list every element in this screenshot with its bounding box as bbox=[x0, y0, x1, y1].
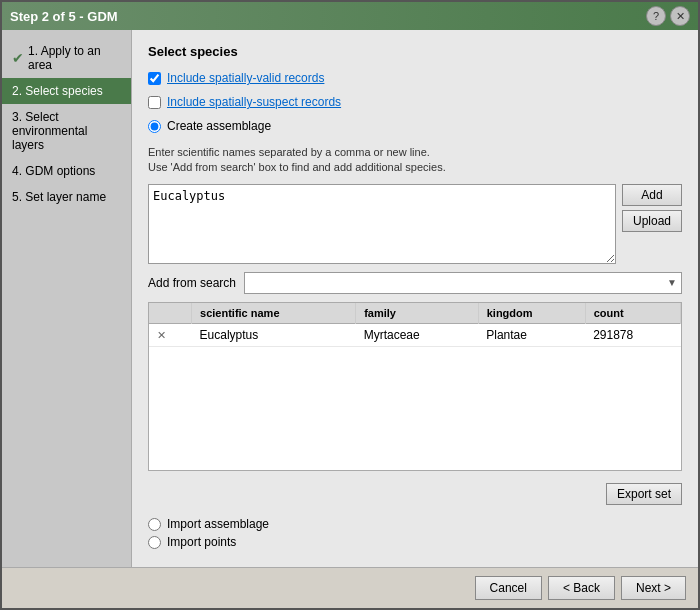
sidebar-item-gdm-options[interactable]: 4. GDM options bbox=[2, 158, 131, 184]
check-icon: ✔ bbox=[12, 50, 24, 66]
content-area: ✔ 1. Apply to an area 2. Select species … bbox=[2, 30, 698, 567]
cell-count: 291878 bbox=[585, 323, 680, 346]
title-bar: Step 2 of 5 - GDM ? ✕ bbox=[2, 2, 698, 30]
radio-create-assemblage-label[interactable]: Create assemblage bbox=[167, 119, 271, 133]
upload-button[interactable]: Upload bbox=[622, 210, 682, 232]
sidebar-item-apply-to-area[interactable]: ✔ 1. Apply to an area bbox=[2, 38, 131, 78]
cell-kingdom: Plantae bbox=[478, 323, 585, 346]
radio-import-points[interactable] bbox=[148, 536, 161, 549]
radio-import-assemblage[interactable] bbox=[148, 518, 161, 531]
search-row: Add from search ▼ bbox=[148, 272, 682, 294]
checkbox-spatially-suspect-label[interactable]: Include spatially-suspect records bbox=[167, 95, 341, 109]
back-button[interactable]: < Back bbox=[548, 576, 615, 600]
footer: Cancel < Back Next > bbox=[2, 567, 698, 608]
export-set-button[interactable]: Export set bbox=[606, 483, 682, 505]
export-row: Export set bbox=[148, 483, 682, 505]
radio-import-points-label[interactable]: Import points bbox=[167, 535, 236, 549]
import-assemblage-row: Import assemblage bbox=[148, 517, 682, 531]
radio-create-assemblage-row: Create assemblage bbox=[148, 119, 682, 133]
help-button[interactable]: ? bbox=[646, 6, 666, 26]
instruction-line2: Use 'Add from search' box to find and ad… bbox=[148, 161, 446, 173]
species-table-container: scientific name family kingdom count ✕ E… bbox=[148, 302, 682, 471]
close-button[interactable]: ✕ bbox=[670, 6, 690, 26]
instruction-line1: Enter scientific names separated by a co… bbox=[148, 146, 430, 158]
import-points-row: Import points bbox=[148, 535, 682, 549]
cancel-button[interactable]: Cancel bbox=[475, 576, 542, 600]
table-row: ✕ Eucalyptus Myrtaceae Plantae 291878 bbox=[149, 323, 681, 346]
sidebar-item-label: 4. GDM options bbox=[12, 164, 95, 178]
checkbox-spatially-suspect[interactable] bbox=[148, 96, 161, 109]
sidebar-item-label: 1. Apply to an area bbox=[28, 44, 121, 72]
checkbox-spatially-valid[interactable] bbox=[148, 72, 161, 85]
title-bar-buttons: ? ✕ bbox=[646, 6, 690, 26]
textarea-buttons: Add Upload bbox=[622, 184, 682, 232]
table-header-row: scientific name family kingdom count bbox=[149, 303, 681, 324]
species-table: scientific name family kingdom count ✕ E… bbox=[149, 303, 681, 347]
add-button[interactable]: Add bbox=[622, 184, 682, 206]
textarea-row: Eucalyptus Add Upload bbox=[148, 184, 682, 264]
sidebar-item-label: 2. Select species bbox=[12, 84, 103, 98]
cell-family: Myrtaceae bbox=[356, 323, 479, 346]
checkbox-spatially-valid-row: Include spatially-valid records bbox=[148, 71, 682, 85]
main-window: Step 2 of 5 - GDM ? ✕ ✔ 1. Apply to an a… bbox=[0, 0, 700, 610]
col-scientific-name: scientific name bbox=[192, 303, 356, 324]
sidebar: ✔ 1. Apply to an area 2. Select species … bbox=[2, 30, 132, 567]
col-count: count bbox=[585, 303, 680, 324]
radio-import-assemblage-label[interactable]: Import assemblage bbox=[167, 517, 269, 531]
main-panel: Select species Include spatially-valid r… bbox=[132, 30, 698, 567]
checkbox-spatially-valid-label[interactable]: Include spatially-valid records bbox=[167, 71, 324, 85]
col-family: family bbox=[356, 303, 479, 324]
sidebar-item-label: 3. Select environmental layers bbox=[12, 110, 121, 152]
search-dropdown[interactable]: ▼ bbox=[244, 272, 682, 294]
search-label: Add from search bbox=[148, 276, 236, 290]
remove-row-button[interactable]: ✕ bbox=[157, 329, 166, 341]
window-title: Step 2 of 5 - GDM bbox=[10, 9, 118, 24]
sidebar-item-label: 5. Set layer name bbox=[12, 190, 106, 204]
radio-create-assemblage[interactable] bbox=[148, 120, 161, 133]
species-textarea[interactable]: Eucalyptus bbox=[148, 184, 616, 264]
checkbox-spatially-suspect-row: Include spatially-suspect records bbox=[148, 95, 682, 109]
sidebar-item-select-species[interactable]: 2. Select species bbox=[2, 78, 131, 104]
instruction-text: Enter scientific names separated by a co… bbox=[148, 145, 682, 176]
next-button[interactable]: Next > bbox=[621, 576, 686, 600]
dropdown-arrow-icon: ▼ bbox=[667, 277, 677, 288]
col-kingdom: kingdom bbox=[478, 303, 585, 324]
sidebar-item-set-layer-name[interactable]: 5. Set layer name bbox=[2, 184, 131, 210]
section-title: Select species bbox=[148, 44, 682, 59]
import-section: Import assemblage Import points bbox=[148, 517, 682, 553]
cell-scientific-name: Eucalyptus bbox=[192, 323, 356, 346]
col-remove bbox=[149, 303, 192, 324]
sidebar-item-select-environmental[interactable]: 3. Select environmental layers bbox=[2, 104, 131, 158]
